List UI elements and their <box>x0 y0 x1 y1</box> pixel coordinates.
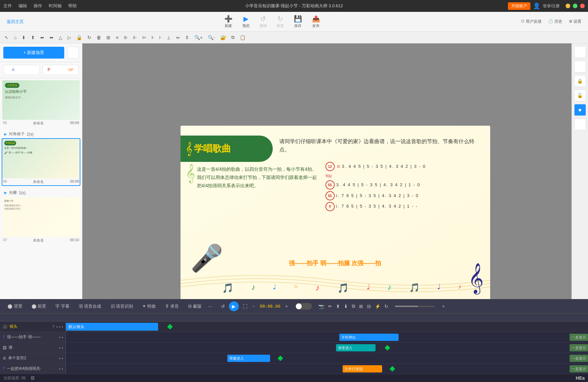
sec-align3[interactable]: ⊩ <box>132 34 138 41</box>
asr-tool[interactable]: 识 语音识别 <box>108 302 136 310</box>
new-button[interactable]: ➕ 新建 <box>224 15 233 28</box>
image-ctrl-2[interactable]: • <box>62 346 63 350</box>
music-button[interactable]: ♪ <box>67 47 79 59</box>
history-button[interactable]: 🕐 历史 <box>548 19 562 24</box>
sec-zoom-in[interactable]: 🔍+ <box>193 34 204 41</box>
default-lens-clip[interactable]: 默认镜头 <box>66 323 158 331</box>
lock-panel-btn[interactable]: 🔒 <box>574 75 586 87</box>
sec-align6[interactable]: ⊦ <box>158 34 163 41</box>
subtitle-tool[interactable]: 字 字幕 <box>53 302 72 310</box>
layer-panel-btn[interactable]: ▤ <box>574 118 586 130</box>
image-ctrl-1[interactable]: • <box>59 346 60 350</box>
split-icon[interactable]: ⊟ <box>367 304 371 309</box>
add-icon[interactable]: ＋ <box>441 303 446 309</box>
camera-ctrl-3[interactable]: • <box>62 325 63 329</box>
effect-ctrl-1[interactable]: • <box>59 356 60 360</box>
sec-align1[interactable]: ≡ <box>114 34 120 41</box>
up-icon[interactable]: ⬆ <box>336 304 340 309</box>
down-icon[interactable]: ⬇ <box>344 304 348 309</box>
image-clip[interactable]: 渐变进入 <box>336 344 376 351</box>
scene-item-05[interactable]: 小学音乐 认识拍和小节 课程内容文字... 05 未命名 00:09 <box>2 80 80 127</box>
text2-ctrl-1[interactable]: • <box>59 367 60 371</box>
login-button[interactable]: 登录/注册 <box>543 3 560 9</box>
text1-ctrl-1[interactable]: • <box>59 335 60 339</box>
sec-lock[interactable]: 🔒 <box>75 34 83 41</box>
text1-ctrl-2[interactable]: • <box>62 335 63 339</box>
scene-item-07[interactable]: 跟着小节 内容说明文字行... 内容说明文字行... 07 未命名 00:10 <box>2 197 80 244</box>
upgrade-button[interactable]: 升级账户 <box>508 2 530 10</box>
camera-ctrl-2[interactable]: • <box>59 325 60 329</box>
effect-tool[interactable]: ✦ 特效 <box>140 302 158 310</box>
copy-panel-btn[interactable]: ⧉ <box>574 61 586 72</box>
unlock-panel-btn[interactable]: 🔓 <box>574 89 586 101</box>
volume-slider[interactable] <box>395 306 434 307</box>
frame-icon[interactable]: ⊞ <box>359 304 363 309</box>
save-button[interactable]: 💾 保存 <box>294 15 302 28</box>
sec-delete[interactable]: 🗑 <box>95 34 102 41</box>
fg-tool[interactable]: ⬤ 前景 <box>29 302 49 310</box>
color-panel-btn[interactable]: ■ <box>574 104 586 116</box>
sec-download[interactable]: ⬇ <box>20 34 27 41</box>
redo-button[interactable]: ↻ 恢复 <box>277 15 284 28</box>
edit-icon[interactable]: ✏ <box>328 304 332 309</box>
close-button[interactable] <box>580 4 585 8</box>
text1-clip[interactable]: 字符弹出 <box>339 334 399 341</box>
sec-spacing1[interactable]: ⇔ <box>175 34 181 41</box>
sec-play-right[interactable]: ▷ <box>66 34 72 41</box>
undo-button[interactable]: ↺ 撤销 <box>260 15 267 28</box>
mask-tool[interactable]: ⊟ 蔽版 <box>185 302 204 310</box>
fullscreen-btn[interactable]: ⛶ <box>243 304 247 309</box>
bg-tool[interactable]: ⬤ 背景 <box>5 302 25 310</box>
play-button[interactable]: ▶ <box>229 301 239 311</box>
text1-one-show[interactable]: 一直显示 <box>570 334 588 341</box>
sec-triangle[interactable]: △ <box>57 34 64 41</box>
camera-ctrl-1[interactable]: • <box>56 325 58 329</box>
sec-up[interactable]: ⬆ <box>30 34 36 41</box>
more-tool[interactable]: ··· <box>208 304 212 309</box>
text2-one-show[interactable]: 一直显示 <box>570 365 588 372</box>
menu-edit[interactable]: 编辑 <box>18 3 27 9</box>
preview-button[interactable]: ▶ 预览 <box>242 15 250 28</box>
camera-icon[interactable]: 📷 <box>319 304 324 309</box>
text2-ctrl-2[interactable]: • <box>62 367 63 371</box>
record-tool[interactable]: 🎙 录音 <box>162 302 182 310</box>
publish-button[interactable]: 📤 发布 <box>312 15 320 28</box>
speed-icon[interactable]: ⚡ <box>375 304 380 309</box>
image-one-show[interactable]: 一直显示 <box>570 344 588 351</box>
effect-clip[interactable]: 弹窗进入 <box>227 355 270 362</box>
settings-button[interactable]: ⚙ 设置 <box>569 19 581 24</box>
menu-timeline[interactable]: 时间轴 <box>49 3 62 9</box>
sec-align5[interactable]: ⊧ <box>150 34 155 41</box>
sec-layers[interactable]: ⊞ <box>105 34 112 41</box>
scene-icon[interactable]: 🖼 <box>31 376 35 380</box>
effect-one-show[interactable]: 一直显示 <box>570 355 588 362</box>
sec-align-left[interactable]: ⬅ <box>39 34 45 41</box>
canvas-frame[interactable]: 默认镜头 𝄞 学唱歌曲 请同学 <box>181 126 490 300</box>
sec-align4[interactable]: ⊨ <box>141 34 148 41</box>
sec-select[interactable]: ↖ <box>3 34 10 41</box>
insert-ppt-button[interactable]: P 插入PPTVIP <box>42 65 79 75</box>
toggle-switch[interactable] <box>295 303 312 310</box>
new-scene-button[interactable]: + 新建场景 <box>3 47 64 59</box>
feedback-button[interactable]: 🗨 用户反馈 <box>521 19 542 24</box>
minimize-button[interactable] <box>566 4 570 8</box>
back-home-button[interactable]: 返回主页 <box>7 19 24 25</box>
tts-tool[interactable]: 语 语音合成 <box>76 302 104 310</box>
sec-align2[interactable]: ⊪ <box>123 34 129 41</box>
sec-lock2[interactable]: 🔐 <box>219 34 227 41</box>
sec-copy[interactable]: ⧉ <box>230 34 236 41</box>
smart-scene-button[interactable]: A 智能场景 <box>3 65 40 75</box>
sec-paste[interactable]: 📋 <box>238 34 247 41</box>
camera-help-icon[interactable]: ? <box>52 325 54 329</box>
menu-operation[interactable]: 操作 <box>34 3 42 9</box>
sec-align7[interactable]: ⊥ <box>165 34 172 41</box>
maximize-button[interactable] <box>573 4 577 8</box>
sec-spacing2[interactable]: ⇕ <box>184 34 190 41</box>
sec-rotate[interactable]: ↻ <box>86 34 93 41</box>
scene-item-06[interactable]: 学唱歌曲 这是一首4/4拍的歌曲... 🎤 强——拍手 弱——拍腿 06 未命名… <box>2 138 80 186</box>
menu-file[interactable]: 文件 <box>3 3 12 9</box>
sec-align-right[interactable]: ➡ <box>48 34 55 41</box>
rewind-button[interactable]: ↺ <box>221 304 225 309</box>
text2-clip[interactable]: 文本行渐现 <box>343 365 382 372</box>
effect-ctrl-2[interactable]: • <box>62 356 63 360</box>
